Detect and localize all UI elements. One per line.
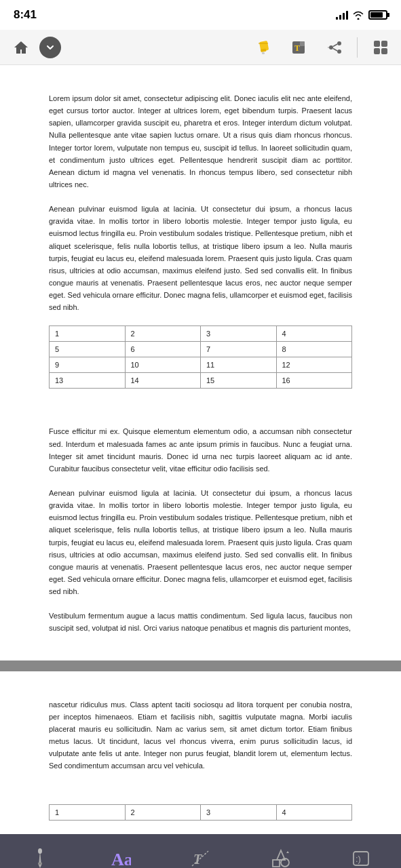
data-table: 12345678910111213141516: [49, 326, 352, 389]
svg-rect-20: [273, 860, 280, 867]
annotate-button[interactable]: T: [286, 35, 311, 60]
svg-rect-5: [300, 41, 305, 46]
pen-icon: [28, 846, 52, 868]
more-button[interactable]: [368, 35, 393, 60]
svg-rect-10: [381, 41, 387, 47]
signal-icon: [336, 10, 348, 20]
paragraph-3: Fusce efficitur mi ex. Quisque elementum…: [49, 425, 352, 475]
page-2: nascetur ridiculus mus. Class aptent tac…: [0, 671, 401, 835]
svg-marker-21: [286, 851, 289, 853]
table-cell: 9: [50, 357, 126, 373]
svg-rect-11: [374, 48, 380, 54]
svg-point-14: [38, 848, 42, 854]
highlighter-button[interactable]: [251, 35, 275, 60]
text-icon: T: [188, 846, 212, 868]
table-cell: 10: [125, 357, 201, 373]
toolbar-divider: [357, 37, 358, 58]
dropdown-button[interactable]: [39, 37, 61, 58]
svg-text:Aa: Aa: [111, 850, 131, 868]
table-cell: 3: [201, 326, 277, 342]
paragraph-5: Vestibulum fermentum augue a lacus matti…: [49, 610, 352, 634]
table-cell: 6: [125, 342, 201, 357]
svg-point-7: [337, 41, 341, 45]
note-tool[interactable]: :) Note: [334, 846, 388, 868]
pen-tool[interactable]: Pen: [13, 846, 67, 868]
status-bar: 8:41: [0, 0, 401, 30]
toolbar: T: [0, 30, 401, 65]
table-cell: 7: [201, 342, 277, 357]
table-cell: 4: [276, 326, 352, 342]
svg-rect-9: [374, 41, 380, 47]
table-cell: 8: [276, 342, 352, 357]
paragraph-4: Aenean pulvinar euismod ligula at lacini…: [49, 487, 352, 597]
svg-point-6: [329, 45, 333, 50]
table-cell: 1: [50, 326, 126, 342]
svg-text:T: T: [193, 852, 202, 867]
table-cell: 16: [276, 373, 352, 389]
shapes-tool[interactable]: Shapes: [254, 846, 308, 868]
page-1: Lorem ipsum dolor sit amet, consectetur …: [0, 65, 401, 660]
page-break: [0, 660, 401, 671]
wifi-icon: [352, 10, 364, 20]
svg-rect-2: [262, 52, 265, 54]
table-cell: 11: [201, 357, 277, 373]
svg-text::): :): [356, 854, 361, 864]
markup-tool[interactable]: Aa Markup: [93, 846, 147, 868]
toolbar-actions: T: [251, 35, 393, 60]
svg-text:T: T: [294, 43, 300, 53]
page-2-content: nascetur ridiculus mus. Class aptent tac…: [0, 685, 401, 821]
paragraph-6: nascetur ridiculus mus. Class aptent tac…: [49, 698, 352, 772]
svg-rect-12: [381, 48, 387, 54]
table-cell: 2: [125, 326, 201, 342]
paragraph-2: Aenean pulvinar euismod ligula at lacini…: [49, 203, 352, 313]
svg-point-8: [337, 50, 341, 54]
paragraph-1: Lorem ipsum dolor sit amet, consectetur …: [49, 92, 352, 191]
status-time: 8:41: [14, 8, 37, 22]
page-1-content: Lorem ipsum dolor sit amet, consectetur …: [0, 79, 401, 635]
table-cell: 13: [50, 373, 126, 389]
document-area: Lorem ipsum dolor sit amet, consectetur …: [0, 65, 401, 834]
table-cell: 15: [201, 373, 277, 389]
home-button[interactable]: [8, 35, 34, 60]
text-tool[interactable]: T Text: [173, 846, 227, 868]
markup-icon: Aa: [108, 846, 132, 868]
svg-rect-15: [38, 863, 42, 865]
table-cell: 5: [50, 342, 126, 357]
table-cell: 12: [276, 357, 352, 373]
table-cell: 14: [125, 373, 201, 389]
status-icons: [336, 10, 387, 20]
shapes-icon: [269, 846, 293, 868]
note-icon: :): [349, 846, 373, 868]
battery-icon: [368, 10, 387, 20]
share-button[interactable]: [322, 35, 346, 60]
bottom-toolbar: Pen Aa Markup T Text Shap: [0, 834, 401, 868]
